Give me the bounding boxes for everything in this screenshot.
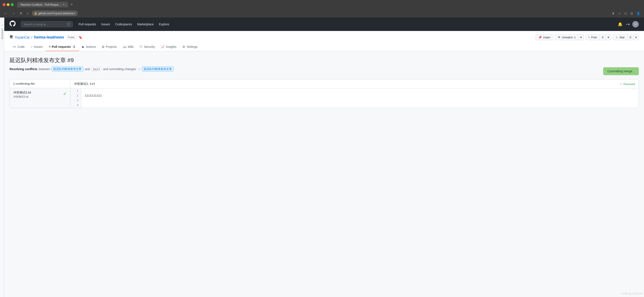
notifications-button[interactable]: 🔔 — [617, 21, 624, 27]
search-bar[interactable]: Search or jump to... / — [21, 21, 73, 27]
star-dropdown[interactable]: ▾ — [634, 34, 639, 40]
minimize-dot[interactable] — [7, 3, 10, 6]
plus-icon: + — [626, 22, 628, 26]
editor-filename: 冲突测试3.txt — [74, 82, 95, 86]
tab-projects[interactable]: ⊞ Projects — [99, 43, 120, 51]
fork-count[interactable]: 0 — [600, 34, 606, 40]
star-count[interactable]: 0 — [628, 34, 634, 40]
unwatch-button[interactable]: 👁 Unwatch 1 — [555, 34, 578, 40]
octotree-label: Octotree — [1, 28, 4, 39]
main-branch[interactable]: main — [91, 67, 102, 71]
repo-owner[interactable]: YuyanCai — [15, 35, 30, 39]
pr-subtitle-row: Resolving conflicts between 延迟队列精准发布文章 a… — [10, 67, 639, 76]
line-content-4 — [81, 103, 638, 108]
gh-nav: Pull requests Issues Codespaces Marketpl… — [76, 21, 172, 27]
line-content-2: 1111111111 — [81, 93, 638, 98]
tab-insights[interactable]: 📈 Insights — [158, 43, 180, 51]
browser-nav-icons: ⬆ ☆ ⬡ ⊡ 👤 — [611, 11, 642, 16]
code-line-1: 1 — [70, 89, 638, 93]
code-line-2: 2 1111111111 — [70, 93, 638, 98]
star-icon: ☆ — [616, 36, 618, 39]
repo-separator: / — [32, 35, 32, 39]
fork-icon: ⑂ — [588, 36, 590, 39]
fork-group: ⑂ Fork 0 ▾ — [586, 34, 611, 40]
repo-meta: YuyanCai / heima-leadnews Public 🔖 📌 Unp… — [10, 34, 639, 40]
plus-dropdown-icon: ▾ — [628, 22, 630, 26]
repo-name[interactable]: heima-leadnews — [34, 35, 64, 40]
code-editor[interactable]: 1 2 1111111111 3 4 — [70, 89, 638, 108]
unpin-button[interactable]: 📌 Unpin — [536, 34, 553, 40]
security-tab-icon: 🛡 — [140, 45, 142, 48]
file-resolved-check-icon: ✓ — [63, 91, 67, 96]
wiki-tab-icon: 📖 — [123, 45, 126, 48]
tab-security[interactable]: 🛡 Security — [136, 43, 158, 51]
unpin-icon: 📌 — [538, 36, 542, 39]
code-tab-icon: <> — [12, 45, 16, 48]
browser-titlebar: Resolve Conflicts · Pull Reque... ✕ + — [0, 0, 644, 9]
and2-text: and committing changes — [103, 67, 136, 71]
pull-requests-badge: 1 — [72, 45, 76, 48]
share-icon[interactable]: ⬆ — [611, 11, 616, 16]
github-logo[interactable] — [10, 20, 16, 28]
tab-wiki[interactable]: 📖 Wiki — [120, 43, 136, 51]
conflict-file-info: 冲突测试3.txt 冲突测试3.txt — [13, 91, 31, 99]
fork-button[interactable]: ⑂ Fork — [586, 34, 600, 40]
tab-settings[interactable]: ⚙ Settings — [180, 43, 201, 51]
extensions-icon[interactable]: ⬡ — [623, 11, 628, 16]
fork-dropdown[interactable]: ▾ — [606, 34, 611, 40]
tab-issues[interactable]: ○ Issues — [28, 43, 46, 51]
gh-header-right: 🔔 + ▾ U — [617, 21, 639, 27]
conflict-container: 1 conflicting file 冲突测试3.txt 冲突测试3.txt ✓… — [10, 79, 639, 108]
new-tab-button[interactable]: + — [71, 2, 73, 7]
reload-button[interactable]: ✕ — [18, 10, 24, 16]
pull-requests-tab-icon: ⑂ — [49, 45, 50, 48]
profile-icon[interactable]: 👤 — [635, 11, 642, 16]
commit-merge-button[interactable]: Committing merge... — [603, 67, 639, 75]
dest-branch[interactable]: 延迟队列精准发布文章 — [142, 67, 174, 71]
conflict-editor: 冲突测试3.txt ✓ Resolved 1 2 1111111111 — [70, 79, 638, 108]
address-bar[interactable] — [32, 10, 78, 16]
tab-code[interactable]: <> Code — [10, 43, 28, 51]
nav-explore[interactable]: Explore — [157, 21, 172, 27]
tab-title: Resolve Conflicts · Pull Reque... — [20, 3, 61, 6]
conflict-file-name: 冲突测试3.txt — [13, 91, 31, 95]
sidebar-header: 1 conflicting file — [10, 79, 70, 88]
nav-codespaces[interactable]: Codespaces — [113, 21, 134, 27]
repo-icon — [10, 35, 13, 39]
tab-actions[interactable]: ▶ Actions — [79, 43, 99, 51]
source-branch[interactable]: 延迟队列精准发布文章 — [51, 67, 84, 71]
conflict-file-item[interactable]: 冲突测试3.txt 冲突测试3.txt ✓ — [10, 88, 70, 101]
pr-title: 延迟队列精准发布文章 #9 — [10, 56, 639, 64]
sidebar-toggle-icon[interactable]: ⊡ — [629, 11, 634, 16]
pin-button[interactable]: 🔖 — [79, 36, 82, 39]
create-button[interactable]: + ▾ — [626, 22, 630, 26]
unwatch-dropdown[interactable]: ▾ — [578, 34, 584, 40]
resolved-label: Resolved — [624, 82, 635, 86]
resolving-text: Resolving conflicts — [10, 67, 37, 71]
line-num-1: 1 — [70, 89, 81, 93]
bookmark-icon[interactable]: ☆ — [617, 11, 622, 16]
between-text: between — [38, 67, 50, 71]
nav-pull-requests[interactable]: Pull requests — [76, 21, 98, 27]
browser-nav: ← → ✕ ⌂ 🔒 ⬆ ☆ ⬡ ⊡ 👤 — [0, 9, 644, 17]
line-num-4: 4 — [70, 103, 81, 108]
browser-tab[interactable]: Resolve Conflicts · Pull Reque... ✕ — [17, 2, 68, 7]
close-dot[interactable] — [2, 3, 6, 6]
resolved-check-icon: ✓ — [620, 82, 622, 86]
tab-close-icon[interactable]: ✕ — [62, 3, 64, 6]
pr-arrow-icon: → — [138, 67, 140, 71]
forward-button[interactable]: → — [10, 10, 16, 16]
star-button[interactable]: ☆ Star — [613, 34, 628, 40]
conflict-sidebar: 1 conflicting file 冲突测试3.txt 冲突测试3.txt ✓ — [10, 79, 70, 108]
back-button[interactable]: ← — [2, 10, 9, 16]
star-group: ☆ Star 0 ▾ — [613, 34, 639, 40]
line-content-3 — [81, 98, 638, 103]
avatar[interactable]: U — [632, 21, 639, 27]
octotree-panel[interactable]: › Octotree — [0, 20, 4, 181]
nav-marketplace[interactable]: Marketplace — [135, 21, 156, 27]
nav-issues[interactable]: Issues — [99, 21, 112, 27]
tab-pull-requests[interactable]: ⑂ Pull requests 1 — [46, 43, 79, 51]
maximize-dot[interactable] — [11, 3, 14, 6]
issues-tab-icon: ○ — [31, 45, 32, 48]
home-button[interactable]: ⌂ — [25, 10, 30, 16]
